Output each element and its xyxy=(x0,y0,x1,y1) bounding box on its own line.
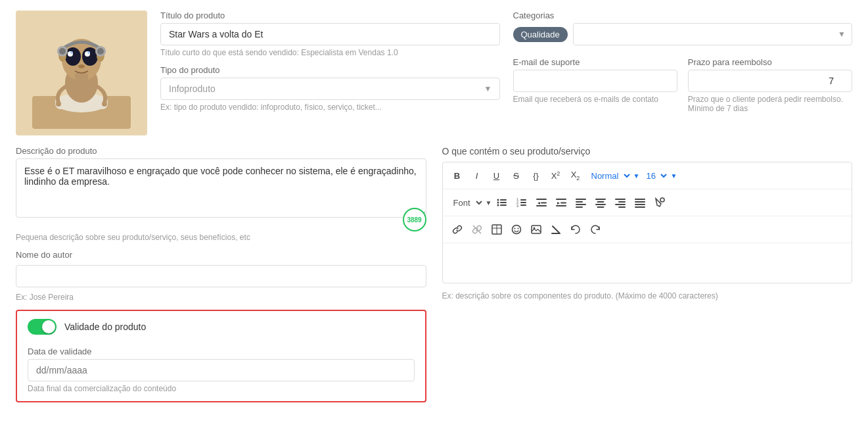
email-group: E-mail de suporte Email que receberá os … xyxy=(513,57,677,113)
superscript-label: X2 xyxy=(551,170,560,181)
format-paint-icon xyxy=(654,197,665,208)
type-label: Tipo do produto xyxy=(160,65,500,75)
table-icon xyxy=(491,224,502,235)
ordered-list-icon: 1. 2. 3. xyxy=(516,197,527,208)
align-left-icon xyxy=(576,197,586,208)
toolbar-row-3 xyxy=(443,216,852,243)
align-left-button[interactable] xyxy=(572,193,590,212)
indent-increase-button[interactable] xyxy=(552,193,570,212)
bottom-content: Descrição do produto Esse é o ET maravil… xyxy=(16,146,852,402)
page-container: Título do produto Título curto do que es… xyxy=(0,0,868,432)
toggle-track[interactable] xyxy=(28,319,57,335)
strikethrough-button[interactable]: S xyxy=(507,166,526,185)
description-textarea[interactable]: Esse é o ET maravilhoso e engraçado que … xyxy=(16,158,426,218)
title-label: Título do produto xyxy=(160,11,500,20)
svg-point-20 xyxy=(102,101,107,107)
subscript-label: X2 xyxy=(571,170,580,181)
toolbar-row-1: B I U S {} X2 X2 Normal ▼ xyxy=(443,162,852,189)
svg-rect-39 xyxy=(576,199,586,200)
top-content: Título do produto Título curto do que es… xyxy=(16,11,852,135)
categories-label: Categorias xyxy=(513,11,853,20)
indent-decrease-icon xyxy=(536,197,547,208)
email-refund-row: E-mail de suporte Email que receberá os … xyxy=(513,57,853,113)
svg-rect-22 xyxy=(500,199,507,201)
undo-button[interactable] xyxy=(566,220,585,239)
svg-rect-24 xyxy=(500,202,507,203)
svg-rect-32 xyxy=(520,204,526,206)
categories-group: Categorias Qualidade ▼ xyxy=(513,11,853,45)
svg-rect-28 xyxy=(520,199,526,201)
justify-button[interactable] xyxy=(631,193,649,212)
refund-label: Prazo para reembolso xyxy=(688,57,852,67)
svg-point-61 xyxy=(512,226,520,234)
svg-rect-38 xyxy=(556,205,566,206)
rich-editor: B I U S {} X2 X2 Normal ▼ xyxy=(442,162,853,283)
bold-button[interactable]: B xyxy=(448,166,467,185)
editor-content[interactable] xyxy=(443,243,852,283)
subscript-button[interactable]: X2 xyxy=(566,166,585,185)
svg-rect-34 xyxy=(541,203,547,204)
font-dropdown-arrow: ▼ xyxy=(486,199,492,206)
right-column: Categorias Qualidade ▼ E-mail de suport xyxy=(513,11,853,113)
validity-toggle-row: Validade do produto xyxy=(28,319,415,335)
category-tag-qualidade[interactable]: Qualidade xyxy=(513,27,568,42)
emoji-button[interactable] xyxy=(507,220,526,239)
category-tag-label: Qualidade xyxy=(521,30,560,39)
justify-icon xyxy=(635,197,645,208)
unlink-button[interactable] xyxy=(468,220,486,239)
format-paint-button[interactable] xyxy=(651,193,669,212)
author-hint: Ex: José Pereira xyxy=(16,293,426,302)
author-section: Nome do autor Ex: José Pereira xyxy=(16,250,426,302)
svg-rect-51 xyxy=(635,199,645,200)
type-select[interactable]: Infoproduto xyxy=(160,78,500,100)
title-hint: Título curto do que está sendo vendido: … xyxy=(160,48,500,57)
email-input[interactable] xyxy=(513,70,677,92)
clear-format-button[interactable] xyxy=(547,220,565,239)
font-dropdown[interactable]: Font xyxy=(448,197,484,208)
author-label: Nome do autor xyxy=(16,250,426,260)
superscript-button[interactable]: X2 xyxy=(547,166,565,185)
size-dropdown[interactable]: 16 xyxy=(641,170,669,181)
title-input[interactable] xyxy=(160,23,500,45)
svg-rect-53 xyxy=(635,204,645,205)
email-hint: Email que receberá os e-mails de contato xyxy=(513,95,677,104)
date-group: Data de validade Data final da comercial… xyxy=(28,347,415,393)
email-label: E-mail de suporte xyxy=(513,57,677,67)
svg-rect-40 xyxy=(576,201,583,203)
redo-button[interactable] xyxy=(586,220,605,239)
image-button[interactable] xyxy=(527,220,545,239)
svg-rect-47 xyxy=(615,199,626,200)
image-icon xyxy=(531,224,541,235)
align-center-button[interactable] xyxy=(591,193,610,212)
align-right-button[interactable] xyxy=(611,193,629,212)
categories-dropdown[interactable] xyxy=(573,23,852,45)
validity-toggle[interactable] xyxy=(28,319,57,335)
svg-rect-45 xyxy=(595,204,606,205)
right-bottom: O que contém o seu produto/serviço B I U… xyxy=(442,146,853,300)
refund-input[interactable] xyxy=(688,70,852,92)
unordered-list-button[interactable] xyxy=(493,193,511,212)
ordered-list-button[interactable]: 1. 2. 3. xyxy=(513,193,531,212)
code-button[interactable]: {} xyxy=(527,166,545,185)
redo-icon xyxy=(590,224,601,235)
svg-rect-36 xyxy=(556,199,566,200)
link-button[interactable] xyxy=(448,220,467,239)
table-button[interactable] xyxy=(488,220,506,239)
author-input[interactable] xyxy=(16,265,426,287)
editor-hint: Ex: descrição sobre os componentes do pr… xyxy=(442,291,853,300)
svg-rect-44 xyxy=(597,201,605,203)
style-dropdown[interactable]: Normal xyxy=(586,170,632,181)
description-hint: Pequena descrição sobre seu produto/serv… xyxy=(16,233,426,242)
svg-point-21 xyxy=(497,199,499,201)
indent-decrease-button[interactable] xyxy=(532,193,551,212)
toolbar-row-2: Font ▼ xyxy=(443,189,852,216)
italic-button[interactable]: I xyxy=(468,166,486,185)
date-input[interactable] xyxy=(28,359,415,381)
svg-rect-35 xyxy=(536,205,547,206)
underline-button[interactable]: U xyxy=(488,166,506,185)
svg-rect-26 xyxy=(500,204,507,206)
svg-point-12 xyxy=(78,64,85,68)
svg-rect-37 xyxy=(560,203,566,204)
undo-icon xyxy=(570,224,581,235)
svg-point-19 xyxy=(56,101,61,107)
